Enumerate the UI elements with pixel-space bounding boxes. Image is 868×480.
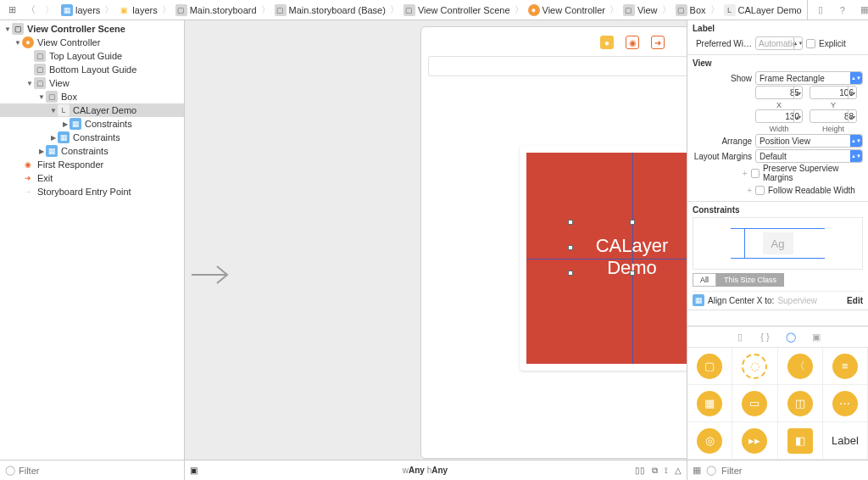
library-item[interactable]: ⋯: [823, 385, 868, 422]
library-item[interactable]: ▦: [687, 385, 732, 422]
status-bar: [428, 56, 687, 76]
device-frame[interactable]: ● ◉ ➜ CALayer Demo: [420, 26, 687, 459]
media-library-tab[interactable]: ▣: [810, 330, 823, 343]
box-view[interactable]: CALayer Demo: [520, 146, 687, 371]
readable-width-checkbox[interactable]: [755, 186, 765, 195]
object-lib-icon: ◧: [787, 428, 813, 454]
library-filter-input[interactable]: [721, 466, 863, 476]
width-stepper[interactable]: 130▴▾: [755, 109, 803, 123]
back-button[interactable]: 〈: [22, 3, 39, 18]
size-class-selector[interactable]: wAny hAny: [215, 466, 635, 475]
library-item[interactable]: ◧: [778, 422, 823, 460]
project-icon: ▦: [61, 4, 73, 16]
document-outline: ▼▢View Controller Scene ▼●View Controlle…: [0, 20, 185, 480]
file-template-tab[interactable]: ▯: [733, 330, 747, 343]
y-stepper[interactable]: 106▴▾: [810, 86, 857, 99]
related-items-icon[interactable]: ⊞: [3, 3, 20, 18]
add-rule-button[interactable]: +: [693, 169, 748, 178]
tree-item[interactable]: ▼▢Box: [0, 90, 184, 103]
resolve-issues-button[interactable]: △: [675, 466, 682, 476]
library-item[interactable]: 〈: [778, 348, 823, 385]
arrange-label: Arrange: [693, 137, 752, 146]
canvas[interactable]: ● ◉ ➜ CALayer Demo: [185, 20, 687, 480]
tree-item[interactable]: ◉First Responder: [0, 158, 184, 171]
breadcrumb[interactable]: ▣layers: [116, 4, 159, 16]
ag-sample: Ag: [763, 232, 793, 254]
viewcontroller-dock-icon[interactable]: ●: [600, 36, 614, 49]
stack-button[interactable]: ▯▯: [635, 466, 645, 476]
breadcrumb[interactable]: ●View Controller: [526, 4, 607, 16]
breadcrumb[interactable]: ▢View Controller Scene: [402, 4, 512, 16]
identity-inspector-tab[interactable]: ▦: [857, 3, 868, 18]
tree-item[interactable]: ▢Top Layout Guide: [0, 49, 184, 63]
x-stepper[interactable]: 85▴▾: [755, 86, 803, 99]
tree-item-selected[interactable]: ▼LCALayer Demo: [0, 103, 184, 117]
breadcrumb[interactable]: LCALayer Demo: [722, 4, 804, 16]
show-label: Show: [693, 74, 752, 83]
align-center-x-label: Align Center X to:: [708, 296, 774, 305]
tree-item[interactable]: ▢Bottom Layout Guide: [0, 63, 184, 76]
tree-item[interactable]: ▶▦Constraints: [0, 117, 184, 131]
object-library-tab[interactable]: ◯: [784, 330, 798, 343]
breadcrumb[interactable]: ▦layers: [59, 4, 102, 16]
breadcrumb[interactable]: ▢Main.storyboard: [174, 4, 259, 16]
resize-handle[interactable]: [630, 220, 635, 225]
chevron-right-icon: 〉: [710, 3, 720, 16]
file-inspector-tab[interactable]: ▯: [813, 3, 828, 18]
edit-constraint-button[interactable]: Edit: [847, 296, 863, 305]
tree-item[interactable]: ▼●View Controller: [0, 36, 184, 49]
arrange-select[interactable]: Position View▲▼: [755, 134, 863, 148]
tree-item[interactable]: ▼▢View: [0, 76, 184, 90]
toggle-outline-button[interactable]: ▣: [190, 466, 198, 475]
preferred-width-stepper[interactable]: Automatic▲▼: [755, 36, 803, 50]
tree-item[interactable]: ▶▦Constraints: [0, 131, 184, 144]
library-item[interactable]: ▢: [687, 348, 732, 385]
breadcrumb[interactable]: ▢Main.storyboard (Base): [273, 4, 387, 16]
pin-button[interactable]: ⟟: [665, 466, 668, 476]
add-rule-button[interactable]: +: [693, 186, 752, 195]
explicit-checkbox[interactable]: [806, 39, 815, 48]
folder-icon: ▣: [118, 4, 130, 16]
chevron-right-icon: 〉: [662, 3, 671, 16]
quickhelp-inspector-tab[interactable]: ?: [835, 3, 850, 18]
outline-filter-input[interactable]: [19, 466, 179, 476]
tree-item[interactable]: →Storyboard Entry Point: [0, 185, 184, 198]
preserve-margins-checkbox[interactable]: [751, 169, 760, 178]
filter-icon[interactable]: ◯: [706, 465, 716, 476]
resize-handle[interactable]: [630, 271, 635, 276]
grid-view-toggle[interactable]: ▦: [693, 465, 701, 476]
align-button[interactable]: ⧉: [652, 466, 658, 476]
layout-margins-select[interactable]: Default▲▼: [755, 149, 863, 163]
x-label: X: [776, 101, 782, 109]
firstresponder-dock-icon[interactable]: ◉: [626, 36, 639, 49]
layout-margins-label: Layout Margins: [693, 152, 752, 161]
superview-label: Superview: [777, 296, 817, 305]
library-item[interactable]: ◫: [778, 385, 823, 422]
view-icon: ▢: [34, 77, 46, 89]
exit-dock-icon[interactable]: ➜: [651, 36, 665, 49]
selection-rect[interactable]: [570, 222, 687, 273]
storyboard-icon: ▢: [275, 4, 287, 16]
tree-item[interactable]: ▶▦Constraints: [0, 144, 184, 158]
resize-handle[interactable]: [568, 245, 573, 250]
show-select[interactable]: Frame Rectangle▲▼: [755, 71, 863, 85]
library-item[interactable]: ≡: [823, 348, 868, 385]
breadcrumb[interactable]: ▢Box: [674, 4, 708, 16]
library-item-label[interactable]: Label: [823, 422, 868, 460]
code-snippet-tab[interactable]: { }: [759, 330, 772, 343]
library-item[interactable]: ▭: [732, 385, 777, 422]
library-item[interactable]: ◎: [687, 422, 732, 460]
library-item[interactable]: ◌: [732, 348, 777, 385]
resize-handle[interactable]: [568, 271, 573, 276]
tree-item[interactable]: ➜Exit: [0, 171, 184, 185]
entrypoint-icon: →: [22, 186, 34, 198]
scene-header[interactable]: ▼▢View Controller Scene: [0, 22, 184, 36]
sizeclass-segmented[interactable]: AllThis Size Class: [693, 273, 784, 287]
library-item[interactable]: ▸▸: [732, 422, 777, 460]
breadcrumb[interactable]: ▢View: [621, 4, 659, 16]
resize-handle[interactable]: [568, 220, 573, 225]
filter-icon[interactable]: ◯: [5, 465, 15, 476]
constraints-icon: ▦: [70, 118, 81, 130]
constraints-preview[interactable]: Ag: [693, 217, 863, 270]
height-stepper[interactable]: 88▴▾: [810, 109, 857, 123]
